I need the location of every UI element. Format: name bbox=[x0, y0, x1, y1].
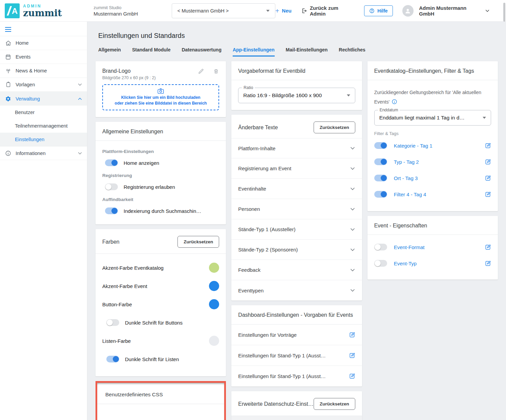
accordion-feedback[interactable]: Feedback bbox=[231, 260, 362, 280]
tab-rechtliches[interactable]: Rechtliches bbox=[339, 47, 365, 57]
accordion-eventinhalte[interactable]: Eventinhalte bbox=[231, 179, 362, 199]
card-title: Erweiterte Datenschutz-Einst… bbox=[238, 401, 313, 407]
toggle-tag-4[interactable] bbox=[374, 191, 387, 198]
toggle-dunkle-schrift-listen[interactable] bbox=[106, 356, 119, 362]
hamburger-icon bbox=[5, 27, 11, 32]
back-to-admin-label: Zurück zum Admin bbox=[310, 5, 355, 17]
custom-css-editor[interactable] bbox=[97, 404, 224, 420]
tag-label[interactable]: Typ - Tag 2 bbox=[394, 159, 419, 165]
toggle-indexierung[interactable] bbox=[105, 207, 118, 214]
main-content: Einstellungen und Standards Allgemein St… bbox=[87, 22, 506, 420]
toggle-tag-1[interactable] bbox=[374, 142, 387, 149]
chevron-down-icon bbox=[350, 186, 355, 192]
trash-icon[interactable] bbox=[213, 68, 219, 74]
account-menu[interactable]: Admin Mustermann GmbH bbox=[419, 5, 490, 17]
toggle-event-typ[interactable] bbox=[374, 260, 387, 267]
calendar-icon bbox=[5, 53, 12, 60]
tab-datenauswertung[interactable]: Datenauswertung bbox=[182, 47, 221, 57]
dashboard-settings-card: Dashboard-Einstellungen - Vorgaben für E… bbox=[231, 305, 362, 386]
tab-app-einstellungen[interactable]: App-Einstellungen bbox=[233, 47, 275, 57]
accordion-plattform-inhalte[interactable]: Plattform-Inhalte bbox=[231, 138, 362, 158]
sidebar-item-benutzer[interactable]: Benutzer bbox=[0, 106, 87, 119]
info-circle-icon[interactable] bbox=[392, 99, 397, 105]
toggle-label: Dunkle Schrift für Buttons bbox=[125, 320, 183, 326]
help-button[interactable]: Hilfe bbox=[364, 5, 393, 16]
app-logo[interactable]: A ADMIN zummit bbox=[0, 3, 87, 18]
tag-label[interactable]: Filter 4 - Tag 4 bbox=[394, 192, 426, 197]
accordion-staende-typ-1[interactable]: Stände-Typ 1 (Aussteller) bbox=[231, 219, 362, 240]
edit-square-icon[interactable] bbox=[485, 175, 491, 181]
sidebar-item-label: Home bbox=[16, 40, 29, 46]
row-label: Einstellungen für Stand-Typ 1 (Ausst… bbox=[238, 353, 325, 358]
tab-standard-module[interactable]: Standard Module bbox=[132, 47, 171, 57]
chevron-down-icon bbox=[350, 247, 355, 252]
accordion-registrierung-am-event[interactable]: Registrierung am Event bbox=[231, 158, 362, 179]
sidebar-item-einstellungen[interactable]: Einstellungen bbox=[0, 133, 87, 146]
tag-label[interactable]: Kategorie - Tag 1 bbox=[394, 143, 433, 149]
sidebar-item-informationen[interactable]: Informationen bbox=[0, 146, 87, 160]
toggle-tag-3[interactable] bbox=[374, 175, 387, 181]
reset-privacy-button[interactable]: Zurücksetzen bbox=[314, 398, 355, 410]
new-button-label: Neu bbox=[282, 8, 291, 14]
toggle-tag-2[interactable] bbox=[374, 158, 387, 165]
new-button[interactable]: + Neu bbox=[275, 8, 292, 14]
image-size-hint: Bildgröße 270 x 60 px (9 : 2) bbox=[96, 74, 226, 84]
accordion-staende-typ-2[interactable]: Stände-Typ 2 (Sponsoren) bbox=[231, 240, 362, 260]
group-label: Auffindbarkeit bbox=[102, 197, 219, 202]
chevron-down-icon bbox=[350, 146, 355, 151]
sidebar-item-home[interactable]: Home bbox=[0, 36, 87, 50]
sidebar-item-label: News & Home bbox=[16, 68, 47, 73]
sidebar-item-vorlagen[interactable]: Vorlagen bbox=[0, 78, 87, 92]
reset-colors-button[interactable]: Zurücksetzen bbox=[177, 236, 219, 248]
toggle-home-anzeigen[interactable] bbox=[105, 159, 118, 166]
property-label[interactable]: Event-Format bbox=[394, 244, 425, 250]
enddatum-select[interactable]: Enddatum Enddatum liegt maximal 1 Tag in… bbox=[374, 110, 491, 126]
avatar[interactable] bbox=[402, 5, 414, 17]
custom-css-highlight-frame: Benutzerdefiniertes CSS bbox=[96, 381, 226, 420]
edit-pencil-icon[interactable] bbox=[198, 68, 204, 74]
color-row-label: Akzent-Farbe Eventkatalog bbox=[102, 265, 164, 271]
color-swatch-eventkatalog[interactable] bbox=[209, 263, 219, 273]
color-row-label: Listen-Farbe bbox=[102, 338, 131, 344]
field-label: Ratio bbox=[242, 85, 255, 90]
edit-square-icon[interactable] bbox=[485, 191, 491, 198]
reset-texts-button[interactable]: Zurücksetzen bbox=[314, 121, 355, 133]
color-swatch-event[interactable] bbox=[209, 281, 219, 291]
toggle-dunkle-schrift-buttons[interactable] bbox=[106, 319, 119, 326]
tab-allgemein[interactable]: Allgemein bbox=[98, 47, 121, 57]
accordion-personen[interactable]: Personen bbox=[231, 199, 362, 219]
organization-select[interactable]: < Mustermann GmbH > bbox=[172, 3, 275, 18]
top-header: A ADMIN zummit zummit Studio Mustermann … bbox=[0, 0, 506, 22]
sidebar-item-news-home[interactable]: News & Home bbox=[0, 64, 87, 78]
edit-square-icon[interactable] bbox=[349, 352, 355, 359]
chevron-down-icon bbox=[78, 82, 82, 87]
edit-square-icon[interactable] bbox=[485, 142, 491, 149]
back-to-admin-button[interactable]: Zurück zum Admin bbox=[301, 5, 355, 17]
sidebar-item-teilnehmermanagement[interactable]: Teilnehmermanagement bbox=[0, 119, 87, 133]
tag-label[interactable]: Ort - Tag 3 bbox=[394, 175, 418, 181]
home-icon bbox=[5, 40, 12, 46]
sidebar-item-verwaltung[interactable]: Verwaltung bbox=[0, 92, 87, 106]
tab-mail-einstellungen[interactable]: Mail-Einstellungen bbox=[286, 47, 328, 57]
sidebar-subitem-label: Einstellungen bbox=[15, 137, 44, 142]
event-catalog-card: Eventkatalog–Einstellungen, Filter & Tag… bbox=[367, 61, 498, 211]
scrollbar[interactable] bbox=[503, 3, 505, 22]
toggle-registrierung-erlauben[interactable] bbox=[105, 183, 118, 190]
edit-square-icon[interactable] bbox=[485, 260, 491, 267]
account-name: Admin Mustermann GmbH bbox=[419, 5, 482, 17]
edit-square-icon[interactable] bbox=[485, 244, 491, 250]
enddatum-select-value: Enddatum liegt maximal 1 Tag in d… bbox=[379, 115, 465, 121]
image-upload-dropzone[interactable]: Klicken Sie hier um ein Bild hochzuladen… bbox=[102, 84, 219, 110]
property-label[interactable]: Event-Typ bbox=[394, 261, 417, 266]
sidebar-item-events[interactable]: Events bbox=[0, 50, 87, 64]
toggle-event-format[interactable] bbox=[374, 244, 387, 250]
edit-square-icon[interactable] bbox=[485, 159, 491, 165]
edit-square-icon[interactable] bbox=[349, 332, 355, 338]
edit-square-icon[interactable] bbox=[349, 373, 355, 379]
sidebar-toggle[interactable] bbox=[0, 22, 87, 36]
color-swatch-listen[interactable] bbox=[209, 336, 219, 346]
color-swatch-button[interactable] bbox=[209, 299, 219, 309]
sidebar-subitem-label: Teilnehmermanagement bbox=[15, 123, 68, 129]
accordion-eventtypen[interactable]: Eventtypen bbox=[231, 280, 362, 301]
ratio-select[interactable]: Ratio Ratio 16:9 - Bildgröße 1600 x 900 bbox=[238, 88, 355, 103]
